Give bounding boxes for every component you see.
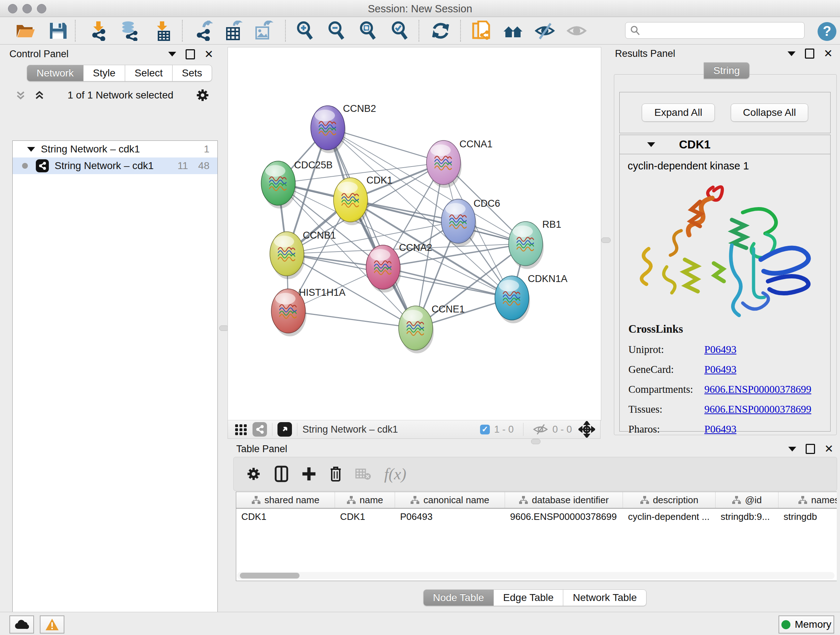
tab-string[interactable]: String	[704, 62, 750, 79]
edge-CCNB2-CCNE1[interactable]	[328, 128, 416, 328]
hidden-eye-icon[interactable]	[533, 423, 548, 435]
panel-menu-icon[interactable]	[788, 51, 796, 56]
table-cell[interactable]: stringdb	[778, 509, 837, 524]
table-cell[interactable]: 9606.ENSP00000378699	[505, 509, 623, 524]
table-row[interactable]: CDK1CDK1P064939606.ENSP00000378699cyclin…	[236, 509, 837, 524]
home-networks-icon[interactable]	[503, 21, 523, 41]
crosslink-link[interactable]: P06493	[704, 423, 737, 435]
toolbar-search-field[interactable]	[625, 22, 805, 39]
column-header-canonical-name[interactable]: canonical name	[395, 492, 505, 508]
tab-edge-table[interactable]: Edge Table	[494, 589, 564, 606]
table-cell[interactable]: cyclin-dependent ...	[623, 509, 715, 524]
column-header-namespace[interactable]: namespace	[778, 492, 837, 508]
scrollbar-thumb[interactable]	[240, 573, 300, 578]
grid-view-icon[interactable]	[234, 422, 248, 437]
help-icon[interactable]: ?	[817, 21, 837, 42]
clone-network-icon[interactable]	[471, 21, 491, 41]
export-image-icon[interactable]	[253, 21, 273, 41]
table-options-gear-icon[interactable]	[246, 466, 261, 481]
crosslink-link[interactable]: 9606.ENSP00000378699	[704, 403, 812, 415]
crosslink-link[interactable]: 9606.ENSP00000378699	[704, 383, 812, 395]
panel-float-icon[interactable]	[186, 49, 195, 59]
right-splitter-handle[interactable]	[601, 238, 611, 243]
edge-CCNA2-CDKN1A[interactable]	[383, 267, 512, 298]
export-network-icon[interactable]	[194, 21, 215, 41]
tab-sets[interactable]: Sets	[172, 65, 212, 81]
column-header-database-identifier[interactable]: database identifier	[505, 492, 623, 508]
table-cell[interactable]: CDK1	[335, 509, 395, 524]
network-share-view-icon[interactable]	[253, 422, 267, 437]
tab-node-table[interactable]: Node Table	[423, 589, 494, 606]
import-network-file-icon[interactable]	[88, 21, 109, 41]
network-collection-row[interactable]: String Network – cdk1 1	[13, 141, 218, 157]
search-input[interactable]	[641, 25, 794, 36]
tab-style[interactable]: Style	[84, 65, 125, 81]
crosslink-link[interactable]: P06493	[704, 363, 737, 375]
tab-network-table[interactable]: Network Table	[563, 589, 646, 606]
node-CDC25B[interactable]: CDC25B	[261, 160, 333, 209]
import-network-database-icon[interactable]	[118, 21, 139, 41]
node-CCNA1[interactable]: CCNA1	[426, 139, 493, 188]
hide-panel-eye-icon[interactable]	[535, 21, 555, 41]
zoom-fit-icon[interactable]	[358, 21, 378, 41]
zoom-in-icon[interactable]	[295, 21, 315, 41]
node-HIST1H1A[interactable]: HIST1H1A	[271, 287, 346, 336]
gene-section-header[interactable]: CDK1	[620, 135, 830, 154]
save-session-icon[interactable]	[48, 21, 68, 41]
panel-menu-icon[interactable]	[788, 447, 796, 451]
node-CDC6[interactable]: CDC6	[441, 198, 500, 247]
node-CDKN1A[interactable]: CDKN1A	[495, 273, 568, 323]
node-CDK1[interactable]: CDK1	[333, 175, 393, 225]
panel-menu-icon[interactable]	[168, 52, 176, 57]
tab-network[interactable]: Network	[27, 65, 84, 81]
node-CCNB1[interactable]: CCNB1	[270, 230, 336, 279]
edge-HIST1H1A-CCNE1[interactable]	[288, 311, 416, 328]
selected-filter-checkbox[interactable]: ✓	[480, 424, 490, 434]
column-header-id[interactable]: @id	[715, 492, 778, 508]
export-table-icon[interactable]	[223, 21, 243, 41]
create-column-plus-icon[interactable]	[302, 467, 316, 481]
tab-select[interactable]: Select	[125, 65, 172, 81]
table-cell[interactable]: stringdb:9...	[715, 509, 778, 524]
network-canvas[interactable]: CCNB2CCNA1CDC25BCDK1CDC6RB1CCNB1CCNA2CDK…	[227, 47, 601, 421]
import-table-file-icon[interactable]	[152, 21, 172, 41]
panel-float-icon[interactable]	[805, 49, 814, 59]
delete-column-trash-icon[interactable]	[329, 466, 342, 482]
expand-all-chevron-icon[interactable]	[33, 89, 46, 101]
node-CCNB2[interactable]: CCNB2	[311, 103, 376, 153]
show-columns-icon[interactable]	[274, 465, 289, 483]
panel-close-icon[interactable]: ✕	[824, 50, 833, 57]
collapse-all-chevron-icon[interactable]	[14, 89, 27, 101]
collapse-all-button[interactable]: Collapse All	[731, 103, 808, 122]
column-header-shared-name[interactable]: shared name	[236, 492, 335, 508]
column-header-name[interactable]: name	[335, 492, 395, 508]
pan-crosshair-icon[interactable]	[578, 421, 595, 438]
node-table[interactable]: shared namenamecanonical namedatabase id…	[236, 492, 837, 581]
crosslink-link[interactable]: P06493	[704, 344, 737, 356]
zoom-selected-icon[interactable]	[390, 21, 410, 41]
open-session-icon[interactable]	[15, 21, 35, 41]
cloud-button[interactable]	[9, 616, 34, 633]
memory-button[interactable]: Memory	[778, 616, 834, 633]
node-CCNE1[interactable]: CCNE1	[399, 304, 465, 353]
table-cell[interactable]: P06493	[395, 509, 505, 524]
gene-collapse-icon[interactable]	[647, 142, 655, 147]
zoom-out-icon[interactable]	[326, 21, 347, 41]
panel-close-icon[interactable]: ✕	[204, 50, 213, 58]
network-graph[interactable]: CCNB2CCNA1CDC25BCDK1CDC6RB1CCNB1CCNA2CDK…	[228, 48, 601, 420]
panel-float-icon[interactable]	[806, 444, 815, 454]
refresh-icon[interactable]	[431, 21, 451, 41]
panel-close-icon[interactable]: ✕	[824, 445, 834, 453]
warnings-button[interactable]	[40, 616, 65, 633]
column-header-description[interactable]: description	[623, 492, 715, 508]
birdseye-view-icon[interactable]	[278, 422, 292, 437]
node-CCNA2[interactable]: CCNA2	[366, 242, 432, 293]
network-options-gear-icon[interactable]	[195, 88, 210, 103]
expand-all-button[interactable]: Expand All	[642, 103, 715, 122]
show-panel-eye-icon[interactable]	[567, 21, 587, 41]
node-RB1[interactable]: RB1	[508, 219, 561, 269]
collection-expand-icon[interactable]	[27, 147, 35, 152]
network-row[interactable]: String Network – cdk1 11 48	[13, 157, 218, 174]
table-horizontal-scrollbar[interactable]	[237, 572, 835, 579]
table-cell[interactable]: CDK1	[236, 509, 335, 524]
